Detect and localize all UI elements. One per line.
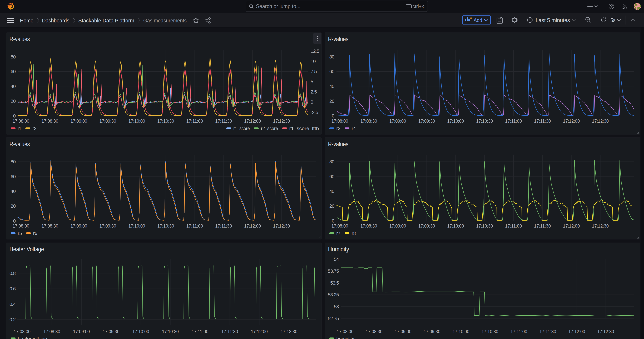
- svg-text:r1_score_lttb: r1_score_lttb: [289, 126, 319, 131]
- svg-text:17:12:30: 17:12:30: [597, 329, 614, 334]
- svg-text:17:08:30: 17:08:30: [360, 223, 377, 228]
- svg-text:17:08:30: 17:08:30: [366, 329, 382, 334]
- svg-text:17:12:00: 17:12:00: [563, 118, 580, 124]
- svg-text:5s: 5s: [610, 17, 615, 23]
- svg-text:17:08:00: 17:08:00: [337, 329, 354, 334]
- svg-text:17:11:00: 17:11:00: [510, 329, 527, 334]
- svg-text:Gas measurements: Gas measurements: [143, 18, 186, 24]
- svg-text:17:11:00: 17:11:00: [186, 118, 203, 124]
- svg-text:ctrl+k: ctrl+k: [412, 4, 424, 9]
- svg-text:Home: Home: [20, 18, 34, 24]
- svg-text:20: 20: [10, 204, 16, 209]
- svg-text:40: 40: [329, 84, 334, 89]
- svg-text:54: 54: [334, 256, 339, 262]
- svg-text:5: 5: [310, 79, 313, 84]
- svg-text:17:11:30: 17:11:30: [540, 329, 556, 334]
- svg-text:17:12:00: 17:12:00: [251, 329, 268, 334]
- svg-text:20: 20: [329, 98, 334, 104]
- svg-text:17:08:00: 17:08:00: [332, 223, 348, 228]
- svg-text:17:11:30: 17:11:30: [221, 329, 238, 334]
- svg-text:7.5: 7.5: [310, 69, 317, 74]
- svg-text:17:10:30: 17:10:30: [482, 329, 498, 334]
- svg-text:12.5: 12.5: [310, 48, 319, 54]
- svg-text:17:09:30: 17:09:30: [418, 223, 435, 228]
- svg-text:Search or jump to...: Search or jump to...: [256, 3, 300, 9]
- svg-text:0: 0: [13, 113, 16, 118]
- svg-text:20: 20: [329, 204, 334, 209]
- svg-text:0.2: 0.2: [10, 317, 16, 322]
- svg-text:53: 53: [334, 304, 339, 309]
- svg-text:17:12:00: 17:12:00: [563, 223, 580, 228]
- svg-text:0.6: 0.6: [10, 286, 16, 292]
- svg-text:17:09:00: 17:09:00: [394, 329, 411, 334]
- svg-text:53.25: 53.25: [328, 292, 339, 298]
- svg-text:17:09:30: 17:09:30: [99, 118, 116, 124]
- svg-text:17:08:30: 17:08:30: [44, 329, 60, 334]
- svg-text:0: 0: [13, 218, 16, 224]
- svg-text:17:10:30: 17:10:30: [162, 329, 179, 334]
- svg-text:17:10:00: 17:10:00: [447, 118, 464, 124]
- svg-text:17:10:30: 17:10:30: [157, 223, 174, 228]
- svg-text:17:12:30: 17:12:30: [592, 118, 609, 124]
- svg-text:17:09:00: 17:09:00: [70, 118, 87, 124]
- svg-text:17:10:00: 17:10:00: [128, 118, 145, 124]
- svg-text:52.75: 52.75: [328, 316, 339, 321]
- svg-text:17:11:30: 17:11:30: [215, 223, 232, 228]
- svg-text:80: 80: [10, 159, 16, 164]
- svg-text:humidity: humidity: [336, 336, 354, 339]
- svg-text:r5: r5: [18, 231, 22, 236]
- svg-text:17:12:00: 17:12:00: [244, 118, 261, 124]
- svg-text:r1_score: r1_score: [233, 126, 250, 131]
- svg-text:80: 80: [329, 54, 334, 60]
- svg-text:Last 5 minutes: Last 5 minutes: [536, 17, 570, 23]
- svg-text:0: 0: [332, 218, 334, 224]
- svg-text:17:08:00: 17:08:00: [12, 118, 29, 124]
- svg-text:17:09:30: 17:09:30: [103, 329, 120, 334]
- svg-text:17:11:30: 17:11:30: [534, 223, 551, 228]
- svg-text:60: 60: [10, 174, 16, 179]
- svg-text:17:08:30: 17:08:30: [42, 118, 58, 124]
- svg-text:0: 0: [310, 99, 313, 105]
- svg-text:r8: r8: [352, 231, 356, 236]
- svg-text:17:11:00: 17:11:00: [186, 223, 203, 228]
- svg-text:17:11:30: 17:11:30: [534, 118, 551, 124]
- svg-text:R-values: R-values: [328, 36, 348, 42]
- svg-text:17:09:00: 17:09:00: [73, 329, 90, 334]
- svg-text:r7: r7: [336, 231, 340, 236]
- svg-text:17:09:00: 17:09:00: [389, 118, 406, 124]
- svg-text:17:12:30: 17:12:30: [273, 223, 290, 228]
- svg-text:53.5: 53.5: [330, 280, 339, 286]
- svg-text:Add: Add: [474, 17, 482, 23]
- svg-text:Humidity: Humidity: [328, 246, 349, 253]
- svg-text:17:08:30: 17:08:30: [42, 223, 58, 228]
- svg-text:r6: r6: [33, 231, 37, 236]
- svg-text:80: 80: [329, 159, 334, 164]
- svg-text:0.8: 0.8: [10, 271, 16, 276]
- svg-text:17:10:00: 17:10:00: [132, 329, 149, 334]
- svg-text:40: 40: [329, 188, 334, 194]
- svg-text:17:08:30: 17:08:30: [360, 118, 377, 124]
- svg-text:60: 60: [329, 174, 334, 179]
- svg-text:R-values: R-values: [10, 140, 30, 148]
- svg-text:17:10:30: 17:10:30: [476, 118, 493, 124]
- svg-text:17:09:00: 17:09:00: [389, 223, 406, 228]
- svg-text:17:08:00: 17:08:00: [14, 329, 30, 334]
- svg-text:20: 20: [10, 98, 16, 104]
- svg-text:17:11:00: 17:11:00: [192, 329, 208, 334]
- svg-text:Stackable Data Platform: Stackable Data Platform: [78, 18, 134, 24]
- svg-text:17:10:00: 17:10:00: [447, 223, 464, 228]
- svg-text:17:10:30: 17:10:30: [476, 223, 493, 228]
- svg-text:60: 60: [329, 69, 334, 74]
- svg-text:17:10:00: 17:10:00: [452, 329, 469, 334]
- svg-text:17:09:30: 17:09:30: [418, 118, 435, 124]
- svg-text:0: 0: [332, 113, 334, 118]
- svg-text:R-values: R-values: [328, 140, 348, 148]
- svg-text:r4: r4: [352, 126, 356, 131]
- svg-text:17:12:00: 17:12:00: [568, 329, 585, 334]
- svg-text:2.5: 2.5: [310, 89, 317, 94]
- svg-text:10: 10: [310, 59, 316, 64]
- svg-text:17:10:30: 17:10:30: [157, 118, 174, 124]
- svg-text:17:11:30: 17:11:30: [215, 118, 232, 124]
- svg-text:40: 40: [10, 84, 16, 89]
- svg-text:17:09:00: 17:09:00: [70, 223, 87, 228]
